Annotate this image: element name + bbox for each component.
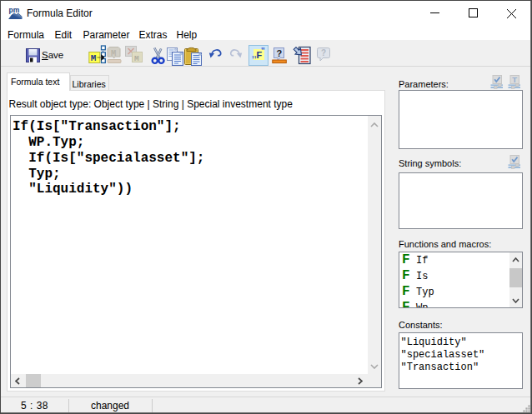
svg-text:": " [261, 47, 265, 56]
svg-text:M: M [91, 53, 97, 63]
svg-text:pm: pm [9, 6, 20, 14]
svg-text:?: ? [321, 48, 326, 57]
svg-text:T: T [512, 75, 517, 84]
svg-text:M: M [134, 54, 139, 63]
svg-text:,,: ,, [252, 50, 257, 59]
svg-text:M: M [111, 48, 116, 58]
svg-text:?: ? [277, 48, 283, 58]
